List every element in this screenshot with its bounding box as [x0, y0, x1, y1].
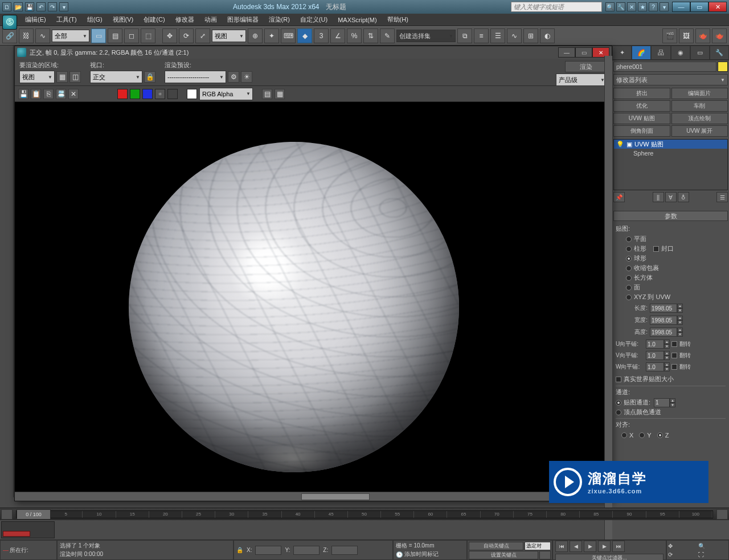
lock-viewport-icon[interactable]: 🔒 [144, 71, 155, 83]
help-search-input[interactable] [511, 2, 602, 12]
object-name-input[interactable] [613, 62, 716, 72]
align-z-radio[interactable]: Z [657, 430, 669, 440]
trackview-bar[interactable] [3, 531, 30, 537]
menu-tools[interactable]: 工具(T) [52, 14, 81, 25]
mod-chamfer-button[interactable]: 倒角剖面 [613, 125, 670, 137]
tab-modify-icon[interactable]: 🌈 [632, 46, 651, 60]
configure-sets-icon[interactable]: ☰ [716, 192, 728, 202]
mod-editpatch-button[interactable]: 编辑面片 [671, 88, 728, 99]
render-h-scrollbar[interactable] [15, 492, 612, 501]
snap-percent-icon[interactable]: % [347, 28, 362, 43]
curve-editor-icon[interactable]: ∿ [507, 28, 522, 43]
menu-customize[interactable]: 自定义(U) [296, 14, 332, 25]
menu-views[interactable]: 视图(V) [108, 14, 138, 25]
modifier-stack[interactable]: 💡 ▣ UVW 贴图 Sphere [613, 139, 728, 190]
menu-render[interactable]: 渲染(R) [264, 14, 294, 25]
goto-start-icon[interactable]: ⏮ [555, 541, 568, 552]
key-icon[interactable]: 🔧 [616, 2, 625, 11]
mapchannel-spinner[interactable]: ▲▼ [654, 398, 675, 407]
favorite-icon[interactable]: ★ [638, 2, 647, 11]
nav-max-icon[interactable]: ⛶ [698, 551, 728, 558]
select-name-icon[interactable]: ▤ [108, 28, 122, 43]
channel-red-toggle[interactable] [117, 89, 128, 99]
menu-help[interactable]: 帮助(H) [383, 14, 413, 25]
menu-animation[interactable]: 动画 [200, 14, 222, 25]
render-iter-icon[interactable]: 🫖 [712, 28, 727, 43]
map-cap-check[interactable]: 封口 [653, 244, 674, 253]
mod-extrude-button[interactable]: 挤出 [613, 88, 670, 99]
scrollbar-thumb[interactable] [301, 493, 370, 500]
timetag-icon[interactable]: 🕒 [396, 551, 403, 558]
edit-region-icon[interactable]: ▦ [56, 71, 68, 83]
mod-uvwunwrap-button[interactable]: UVW 展开 [671, 125, 728, 137]
clear-image-icon[interactable]: ✕ [68, 89, 79, 99]
env-icon[interactable]: ☀ [241, 71, 252, 83]
channel-blue-toggle[interactable] [142, 89, 153, 99]
object-color-swatch[interactable] [718, 62, 728, 72]
move-icon[interactable]: ✥ [162, 28, 177, 43]
uflip-check[interactable]: 翻转 [671, 340, 691, 348]
snap-2d-icon[interactable]: ◆ [297, 28, 312, 43]
x-input[interactable] [255, 546, 281, 555]
menu-graph[interactable]: 图形编辑器 [223, 14, 263, 25]
length-spinner[interactable]: ▲▼ [650, 304, 683, 313]
print-image-icon[interactable]: 📇 [56, 89, 66, 99]
channel-mono-toggle[interactable] [167, 89, 178, 99]
menu-create[interactable]: 创建(C) [139, 14, 169, 25]
map-xyz-radio[interactable]: XYZ 到 UVW [626, 292, 726, 302]
modifier-list-combo[interactable]: 修改器列表 [613, 74, 728, 85]
play-icon[interactable]: ▶ [584, 541, 596, 552]
time-slider[interactable]: 5101520253035404550556065707580859095100… [0, 508, 729, 520]
selection-filter-combo[interactable]: 全部 [52, 30, 89, 42]
area-combo[interactable]: 视图 [19, 71, 55, 83]
qat-new-icon[interactable]: 🗋 [2, 2, 11, 11]
overlay-a-icon[interactable]: ▤ [262, 89, 272, 99]
rotate-icon[interactable]: ⟳ [179, 28, 194, 43]
mapchannel-radio[interactable]: 贴图通道: [616, 398, 650, 407]
help-dropdown-icon[interactable]: ▾ [660, 2, 669, 11]
time-prev-icon[interactable] [1, 509, 13, 520]
render-viewport[interactable] [15, 102, 612, 492]
keyfilter-button[interactable]: 关键点过滤器... [555, 554, 664, 560]
menu-modifiers[interactable]: 修改器 [171, 14, 199, 25]
setkey-button[interactable]: 设置关键点 [469, 551, 538, 559]
mod-lathe-button[interactable]: 车削 [671, 100, 728, 112]
render-button[interactable]: 渲染 [565, 61, 607, 72]
unlink-icon[interactable]: ⛓ [19, 28, 34, 43]
tab-create-icon[interactable]: ✦ [612, 46, 632, 60]
nav-orbit-icon[interactable]: ⟳ [668, 551, 698, 558]
goto-end-icon[interactable]: ⏭ [612, 541, 625, 552]
next-frame-icon[interactable]: ▶ [598, 541, 611, 552]
make-unique-icon[interactable]: ∀ [665, 192, 677, 202]
select-object-icon[interactable]: ▭ [91, 28, 106, 43]
menu-edit[interactable]: 编辑(E) [21, 14, 51, 25]
tab-display-icon[interactable]: ▭ [690, 46, 710, 60]
overlay-b-icon[interactable]: ▦ [275, 89, 285, 99]
help-icon[interactable]: ? [649, 2, 658, 11]
map-shrink-radio[interactable]: 收缩包裹 [626, 263, 726, 273]
auto-region-icon[interactable]: ◫ [69, 71, 81, 83]
layers-icon[interactable]: ☰ [490, 28, 505, 43]
qat-undo-icon[interactable]: ↶ [36, 2, 46, 11]
timetag-label[interactable]: 添加时间标记 [404, 550, 439, 558]
copy-image-icon[interactable]: 📋 [31, 89, 41, 99]
production-combo[interactable]: 产品级 [556, 73, 607, 86]
keymode-icon[interactable]: ⌨ [281, 28, 296, 43]
lock-xyz-icon[interactable]: 🔒 [236, 547, 243, 553]
utile-input[interactable] [646, 340, 664, 349]
show-end-icon[interactable]: || [653, 192, 664, 202]
channel-combo[interactable]: RGB Alpha [199, 88, 253, 100]
align-x-radio[interactable]: X [621, 430, 633, 440]
clone-image-icon[interactable]: ⎘ [43, 89, 54, 99]
manip-icon[interactable]: ✦ [264, 28, 279, 43]
wflip-check[interactable]: 翻转 [671, 363, 691, 371]
pivot-icon[interactable]: ⊕ [248, 28, 263, 43]
render-setup-icon[interactable]: 🎬 [662, 28, 677, 43]
scale-icon[interactable]: ⤢ [195, 28, 210, 43]
bind-icon[interactable]: ∿ [35, 28, 50, 43]
select-rect-icon[interactable]: ◻ [124, 28, 139, 43]
align-icon[interactable]: ≡ [474, 28, 489, 43]
remove-mod-icon[interactable]: ♁ [678, 192, 689, 202]
nav-pan-icon[interactable]: ✥ [668, 543, 698, 549]
height-input[interactable] [650, 328, 677, 337]
